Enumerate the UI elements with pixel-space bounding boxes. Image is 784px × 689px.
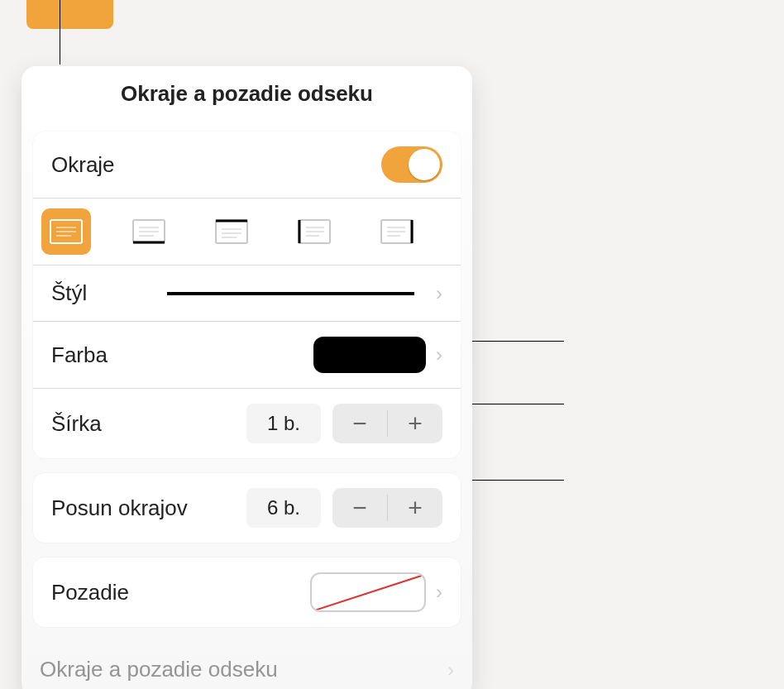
callout-line bbox=[457, 341, 564, 342]
background-row[interactable]: Pozadie › bbox=[33, 557, 461, 627]
chevron-right-icon: › bbox=[436, 282, 442, 305]
color-label: Farba bbox=[51, 342, 151, 368]
svg-rect-9 bbox=[216, 220, 247, 243]
width-value: 1 b. bbox=[246, 404, 321, 443]
style-row[interactable]: Štýl › bbox=[33, 265, 461, 321]
borders-toggle[interactable] bbox=[381, 146, 442, 183]
callout-line bbox=[457, 404, 564, 404]
callout-line bbox=[60, 0, 60, 65]
callout-line bbox=[457, 480, 564, 481]
offset-label: Posun okrajov bbox=[51, 495, 188, 521]
panel-title: Okraje a pozadie odseku bbox=[22, 66, 472, 132]
border-pos-all[interactable] bbox=[41, 208, 91, 255]
offset-decrement[interactable]: − bbox=[332, 488, 387, 528]
border-position-segment bbox=[33, 198, 461, 265]
width-increment[interactable]: + bbox=[388, 404, 442, 443]
width-label: Šírka bbox=[51, 411, 151, 437]
chevron-right-icon: › bbox=[436, 581, 442, 604]
style-label: Štýl bbox=[51, 280, 151, 306]
border-pos-left[interactable] bbox=[289, 208, 339, 255]
background-card: Pozadie › bbox=[33, 557, 461, 627]
borders-card: Okraje bbox=[33, 132, 461, 458]
context-stub bbox=[26, 0, 113, 29]
parent-list-row[interactable]: Okraje a pozadie odseku › bbox=[22, 642, 472, 689]
popover-panel: Okraje a pozadie odseku Okraje bbox=[22, 66, 472, 689]
width-decrement[interactable]: − bbox=[332, 404, 387, 443]
offset-increment[interactable]: + bbox=[388, 488, 442, 528]
width-stepper: − + bbox=[332, 404, 442, 443]
offset-stepper: − + bbox=[332, 488, 442, 528]
border-pos-top[interactable] bbox=[207, 208, 256, 255]
chevron-right-icon: › bbox=[447, 658, 454, 682]
background-swatch[interactable] bbox=[310, 572, 426, 612]
width-row: Šírka 1 b. − + bbox=[33, 388, 461, 458]
background-label: Pozadie bbox=[51, 580, 129, 605]
style-preview bbox=[167, 292, 414, 295]
borders-toggle-label: Okraje bbox=[51, 152, 151, 178]
border-pos-bottom[interactable] bbox=[124, 208, 174, 255]
border-pos-right[interactable] bbox=[372, 208, 422, 255]
color-row[interactable]: Farba › bbox=[33, 321, 461, 388]
chevron-right-icon: › bbox=[436, 343, 442, 366]
offset-card: Posun okrajov 6 b. − + bbox=[33, 473, 461, 543]
parent-row-label: Okraje a pozadie odseku bbox=[40, 657, 278, 682]
color-swatch[interactable] bbox=[313, 337, 426, 373]
offset-value: 6 b. bbox=[246, 488, 321, 528]
